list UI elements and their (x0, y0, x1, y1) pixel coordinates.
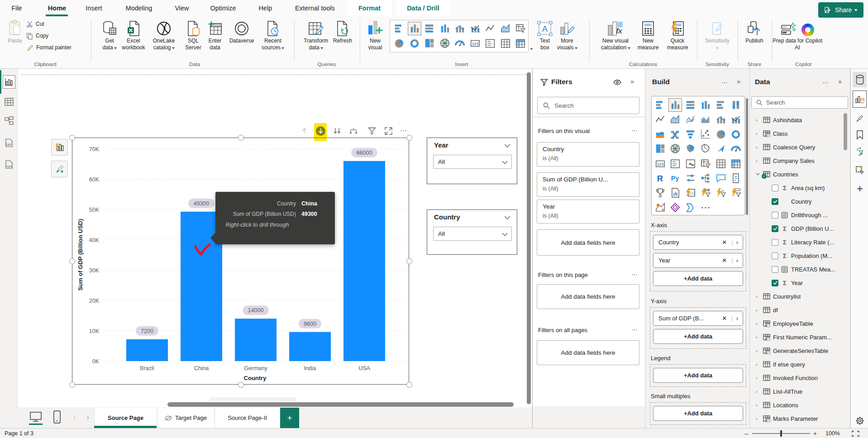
ribbon-visual-icon-combo[interactable] (453, 22, 467, 35)
data-search-input[interactable]: Search (751, 96, 848, 109)
slicer-year-dropdown[interactable]: All (433, 155, 512, 169)
field-checkbox[interactable] (772, 212, 778, 219)
visual-type-icon-report[interactable] (668, 186, 682, 200)
field-checkbox[interactable] (772, 225, 778, 232)
field-pill-gdp[interactable]: Sum of GDP (B...✕|› (653, 311, 743, 326)
slicer-country-collapse-icon[interactable] (504, 216, 510, 219)
zoom-slider-thumb[interactable] (780, 430, 782, 437)
data-collapse-icon[interactable]: » (838, 77, 842, 85)
field-options-icon[interactable]: › (736, 257, 738, 264)
visual-type-icon-arcgis[interactable] (653, 201, 667, 214)
data-table-employeetable[interactable]: ›EmployeeTable (750, 317, 850, 330)
more-visuals-button[interactable]: Morevisuals ▾ (553, 19, 582, 51)
visual-type-icon-hbar2[interactable] (714, 98, 728, 112)
filters-all-add-field[interactable]: Add data fields here (537, 340, 639, 365)
field-pill-country[interactable]: Country✕|› (653, 235, 743, 250)
settings-gear-icon[interactable] (854, 415, 866, 427)
visual-type-icon-bolt123[interactable]: 123 (684, 186, 697, 200)
tab-data-drill[interactable]: Data / Drill (396, 0, 450, 16)
drill-down-icon[interactable] (315, 125, 326, 136)
visual-type-icon-boltA[interactable]: A (714, 186, 728, 200)
visual-type-icon-shapemap[interactable] (699, 142, 712, 156)
filters-search-input[interactable]: Search (537, 97, 639, 114)
sensitivity-button[interactable]: Sensitivity▾ (699, 19, 735, 51)
resize-handle[interactable] (69, 382, 75, 388)
field-checkbox[interactable] (772, 185, 778, 191)
visual-type-icon-more[interactable] (699, 201, 712, 214)
mobile-layout-icon[interactable] (52, 410, 62, 424)
resize-handle[interactable] (238, 135, 244, 141)
visual-type-icon-ribbonc[interactable] (668, 128, 682, 141)
field-pill-year[interactable]: Year✕|› (653, 253, 743, 268)
remove-field-icon[interactable]: ✕ (722, 257, 728, 264)
slicer-year[interactable]: Year All (427, 138, 517, 184)
visual-more-options-icon[interactable]: ⋯ (398, 125, 409, 136)
visual-type-icon-fillmap[interactable] (684, 142, 697, 156)
visual-type-icon-combo[interactable] (714, 113, 728, 126)
paste-button[interactable]: Paste (3, 19, 27, 44)
visual-type-icon-boltrow[interactable] (729, 186, 743, 200)
filter-card-gdp[interactable]: Sum of GDP (Billion U...is (All) (537, 172, 639, 197)
visual-type-icon-tablefunnel[interactable] (699, 157, 712, 171)
filter-card-country[interactable]: Countryis (All) (537, 142, 639, 167)
visual-type-icon-scatter[interactable] (699, 128, 712, 141)
visual-type-icon-note[interactable] (729, 171, 743, 185)
table-view-icon[interactable] (3, 96, 15, 108)
visual-type-icon-donut[interactable] (729, 128, 743, 141)
share-button[interactable]: Share▾ (818, 2, 863, 18)
x-axis-add-data[interactable]: +Add data (653, 271, 743, 286)
selection-rail-icon[interactable] (854, 164, 866, 176)
ribbon-visual-icon-pie[interactable] (392, 37, 406, 50)
bookmark-rail-icon[interactable] (854, 129, 866, 141)
visual-type-icon-param[interactable] (684, 171, 697, 185)
ribbon-visual-icon-card123[interactable]: 123 (468, 37, 482, 50)
visual-type-icon-matrix[interactable] (729, 157, 743, 171)
zoom-out-icon[interactable]: – (744, 429, 748, 437)
visual-type-icon-kpi[interactable] (684, 157, 697, 171)
data-table-countries[interactable]: ✓Countries (750, 167, 850, 181)
data-field-gdp-billion-u-[interactable]: ΣGDP (Billion U... (750, 222, 850, 235)
visual-type-icon-mcard[interactable] (668, 157, 682, 171)
small-multiples-add-data[interactable]: +Add data (653, 406, 743, 421)
copy-button[interactable]: Copy (26, 32, 48, 40)
tab-home[interactable]: Home (43, 0, 71, 16)
visual-type-icon-pylang[interactable]: Py (668, 171, 682, 185)
field-checkbox[interactable] (772, 239, 778, 246)
visual-type-icon-card123[interactable]: 123 (653, 157, 667, 171)
resize-handle[interactable] (406, 382, 412, 388)
ribbon-visual-icon-areac[interactable] (499, 22, 512, 35)
ribbon-visual-icon-mcard[interactable] (483, 37, 497, 50)
data-table-marks-parameter[interactable]: ›Marks Parameter (750, 412, 850, 425)
ribbon-visual-icon-tablec[interactable] (499, 37, 512, 50)
resize-handle[interactable] (238, 382, 244, 388)
format-rail-icon[interactable] (854, 112, 866, 124)
recent-sources-button[interactable]: Recentsources ▾ (251, 19, 295, 51)
build-scrollbar[interactable] (746, 98, 748, 215)
data-table-invoked-function[interactable]: ›Invoked Function (750, 371, 850, 385)
ribbon-visual-icon-gauge[interactable] (453, 37, 467, 50)
filter-visual-icon[interactable] (367, 125, 377, 136)
visual-type-icon-colsel[interactable] (668, 98, 682, 112)
horizontal-scrollbar[interactable] (167, 402, 514, 407)
build-rail-icon[interactable] (854, 94, 866, 105)
slicer-country[interactable]: Country All (427, 209, 517, 255)
visual-type-icon-linec2[interactable] (684, 113, 697, 126)
ribbon-visual-icon-hbar[interactable] (392, 22, 406, 35)
add-pane-rail-icon[interactable]: + (854, 183, 866, 195)
filters-collapse-icon[interactable]: » (630, 77, 634, 85)
data-table-first-numeric-param-[interactable]: ›First Numeric Param... (750, 330, 850, 344)
next-page-arrow[interactable]: › (87, 413, 89, 421)
format-visual-shortcut-button[interactable] (51, 161, 68, 177)
filters-all-more-icon[interactable]: ⋯ (631, 326, 638, 333)
data-more-icon[interactable]: ⋯ (822, 79, 829, 86)
format-painter-button[interactable]: Format painter (26, 43, 72, 52)
data-pane-scrollbar[interactable] (844, 113, 847, 150)
resize-handle[interactable] (406, 135, 412, 141)
report-view-icon[interactable] (3, 75, 15, 89)
visual-type-icon-qa[interactable] (714, 171, 728, 185)
prev-page-arrow[interactable]: ‹ (73, 413, 76, 421)
tab-format[interactable]: Format (348, 0, 391, 16)
tab-file[interactable]: File (5, 0, 28, 16)
data-field-area-sq-km-[interactable]: ΣArea (sq km) (750, 181, 850, 195)
visual-type-icon-colsm[interactable] (699, 98, 712, 112)
